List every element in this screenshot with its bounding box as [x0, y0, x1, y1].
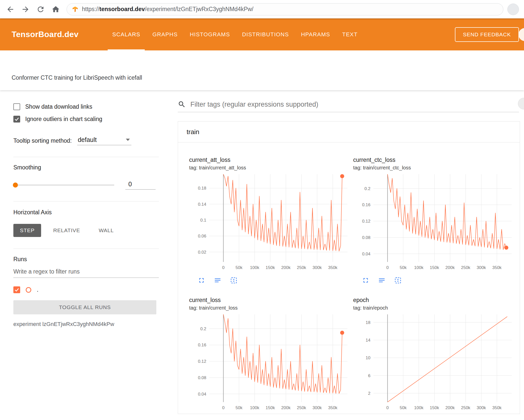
url-text: https://tensorboard.dev/experiment/lzGnE…	[82, 6, 253, 13]
svg-text:350k: 350k	[492, 265, 502, 270]
run-selector-icon[interactable]	[378, 277, 386, 284]
svg-text:0.02: 0.02	[198, 250, 206, 255]
home-icon[interactable]	[51, 5, 60, 14]
horizontal-axis-buttons: STEP RELATIVE WALL	[13, 224, 159, 237]
svg-text:0.2: 0.2	[200, 326, 206, 331]
reload-icon[interactable]	[36, 5, 45, 14]
forward-icon[interactable]	[21, 5, 30, 14]
svg-text:50k: 50k	[400, 265, 407, 270]
chart-current-ctc-loss: current_ctc_loss tag: train/current_ctc_…	[353, 157, 517, 284]
svg-text:250k: 250k	[461, 265, 470, 270]
svg-text:0.12: 0.12	[362, 219, 370, 224]
chart-tag: tag: train/current_att_loss	[189, 165, 353, 171]
smoothing-value-input[interactable]: 0	[125, 181, 156, 190]
svg-text:14: 14	[366, 338, 370, 343]
svg-text:300k: 300k	[477, 405, 486, 410]
fullscreen-icon[interactable]	[362, 277, 369, 284]
step-button[interactable]: STEP	[13, 224, 41, 237]
fit-domain-icon[interactable]	[394, 277, 402, 284]
svg-text:100k: 100k	[250, 265, 259, 270]
experiment-caption: experiment lzGnETjwRxC3yghNMd4kPw	[13, 321, 159, 327]
line-chart[interactable]: 26101418050k100k150k200k250k300k350k	[353, 312, 517, 414]
svg-text:0.14: 0.14	[198, 202, 206, 207]
line-chart[interactable]: 0.020.060.10.140.18050k100k150k200k250k3…	[189, 172, 353, 274]
runs-label: Runs	[13, 256, 159, 263]
tab-histograms[interactable]: HISTOGRAMS	[184, 18, 236, 50]
tab-scalars[interactable]: SCALARS	[106, 18, 146, 50]
chart-epoch: epoch tag: train/epoch 26101418050k100k1…	[353, 297, 517, 414]
svg-text:150k: 150k	[266, 265, 275, 270]
svg-text:0.04: 0.04	[362, 252, 370, 256]
svg-text:300k: 300k	[477, 265, 486, 270]
relative-button[interactable]: RELATIVE	[47, 224, 86, 237]
tab-text[interactable]: TEXT	[336, 18, 364, 50]
divider	[13, 249, 159, 249]
runs-filter-input[interactable]	[13, 268, 159, 275]
svg-text:0.06: 0.06	[198, 234, 206, 238]
svg-text:200k: 200k	[445, 405, 455, 410]
svg-text:0: 0	[386, 405, 389, 410]
svg-text:100k: 100k	[414, 405, 423, 410]
tooltip-sorting-dropdown[interactable]: default	[77, 136, 131, 145]
svg-text:0.12: 0.12	[198, 359, 206, 364]
run-selector-icon[interactable]	[214, 277, 221, 284]
back-icon[interactable]	[6, 5, 15, 14]
tab-graphs[interactable]: GRAPHS	[146, 18, 184, 50]
svg-text:0.16: 0.16	[362, 202, 370, 207]
chart-title: current_loss	[189, 297, 353, 304]
run-color-swatch	[26, 287, 31, 293]
tooltip-sorting-value: default	[78, 136, 97, 143]
send-feedback-button[interactable]: SEND FEEDBACK	[455, 27, 519, 42]
tab-hparams[interactable]: HPARAMS	[295, 18, 336, 50]
train-card-header[interactable]: train	[178, 122, 520, 142]
browser-toolbar: https://tensorboard.dev/experiment/lzGnE…	[0, 0, 524, 18]
svg-text:200k: 200k	[281, 405, 290, 410]
ignore-outliers-row: Ignore outliers in chart scaling	[13, 116, 159, 123]
fit-domain-icon[interactable]	[230, 277, 238, 284]
brand-logo: TensorBoard.dev	[12, 30, 78, 39]
svg-text:50k: 50k	[236, 405, 243, 410]
svg-text:0.16: 0.16	[198, 343, 206, 347]
svg-text:250k: 250k	[297, 405, 306, 410]
divider	[13, 157, 159, 157]
svg-text:350k: 350k	[328, 405, 337, 410]
svg-text:200k: 200k	[281, 265, 290, 270]
svg-text:150k: 150k	[430, 265, 439, 270]
experiment-title-bar: Conformer CTC training for LibriSpeech w…	[0, 50, 524, 90]
run-name: .	[37, 286, 38, 293]
smoothing-slider[interactable]	[13, 185, 114, 185]
tooltip-sorting-row: Tooltip sorting method: default	[13, 136, 159, 145]
run-checkbox[interactable]	[13, 286, 20, 293]
svg-text:6: 6	[368, 373, 370, 378]
toggle-all-runs-button[interactable]: TOGGLE ALL RUNS	[13, 300, 156, 314]
train-card: train current_att_loss tag: train/curren…	[178, 121, 520, 414]
chevron-down-icon	[126, 139, 130, 141]
svg-text:0.08: 0.08	[362, 235, 370, 240]
url-bar[interactable]: https://tensorboard.dev/experiment/lzGnE…	[67, 3, 503, 15]
svg-text:100k: 100k	[414, 265, 423, 270]
smoothing-slider-row: 0	[13, 181, 159, 190]
browser-avatar[interactable]	[507, 4, 519, 15]
chart-toolbar	[362, 277, 517, 284]
smoothing-label: Smoothing	[13, 164, 159, 171]
svg-text:0.08: 0.08	[198, 375, 206, 380]
svg-text:250k: 250k	[297, 265, 306, 270]
show-download-checkbox[interactable]	[13, 103, 20, 110]
horizontal-axis-label: Horizontal Axis	[13, 209, 159, 216]
fullscreen-icon[interactable]	[198, 277, 205, 284]
account-avatar[interactable]	[518, 28, 524, 41]
svg-text:2: 2	[368, 391, 370, 396]
svg-text:250k: 250k	[461, 405, 470, 410]
tag-filter-input[interactable]	[190, 101, 519, 108]
svg-text:0.1: 0.1	[200, 218, 206, 223]
line-chart[interactable]: 0.040.080.120.160.2050k100k150k200k250k3…	[353, 172, 517, 274]
smoothing-slider-thumb[interactable]	[13, 183, 18, 188]
svg-text:50k: 50k	[400, 405, 407, 410]
svg-text:18: 18	[366, 320, 370, 325]
ignore-outliers-checkbox[interactable]	[13, 116, 20, 123]
wall-button[interactable]: WALL	[92, 224, 120, 237]
chart-title: epoch	[353, 297, 517, 304]
chart-tag: tag: train/epoch	[353, 305, 517, 311]
tab-distributions[interactable]: DISTRIBUTIONS	[236, 18, 295, 50]
line-chart[interactable]: 0.040.080.120.160.2050k100k150k200k250k3…	[189, 312, 353, 414]
